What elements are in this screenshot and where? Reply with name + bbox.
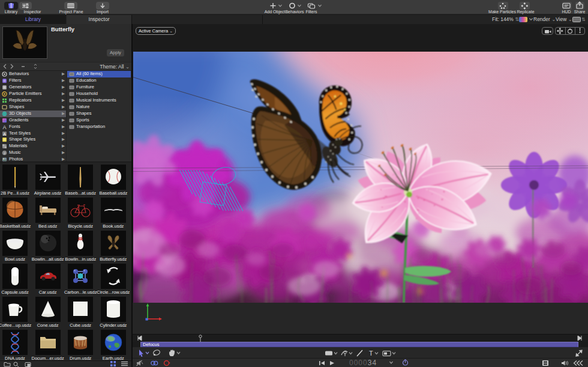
svg-text:♪: ♪ bbox=[4, 151, 5, 155]
svg-text:T: T bbox=[369, 350, 373, 357]
svg-text:A: A bbox=[2, 124, 6, 130]
svg-text:A: A bbox=[3, 132, 6, 136]
